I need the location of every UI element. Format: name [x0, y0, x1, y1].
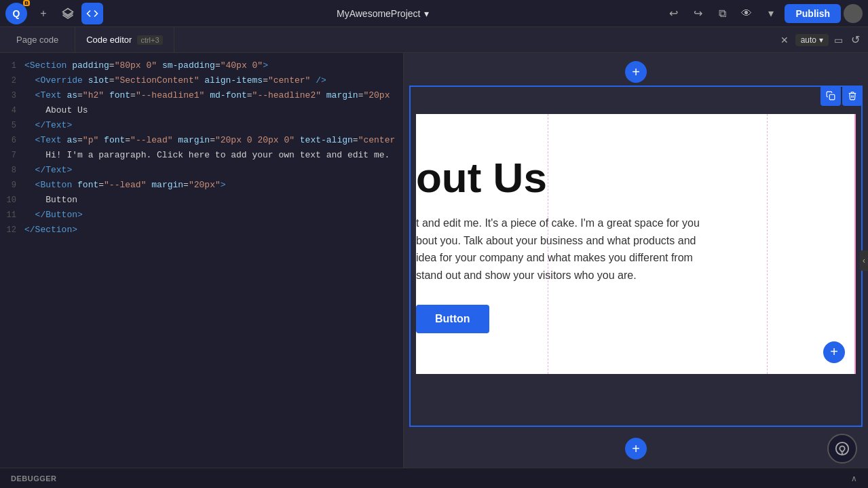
- table-row: 12 </Section>: [0, 223, 403, 238]
- table-row: 2 <Override slot="SectionContent" align-…: [0, 73, 403, 88]
- external-link-button[interactable]: ⧉: [711, 3, 733, 24]
- guide-line-right: [767, 114, 768, 374]
- table-row: 11 </Button>: [0, 208, 403, 223]
- project-name[interactable]: MyAwesomeProject ▾: [337, 8, 429, 19]
- code-panel: 1 <Section padding="80px 0" sm-padding="…: [0, 53, 404, 468]
- table-row: 6 <Text as="p" font="--lead" margin="20p…: [0, 133, 403, 148]
- right-sidebar-toggle[interactable]: ‹: [860, 250, 868, 271]
- preview-cta-button[interactable]: Button: [416, 305, 489, 333]
- copy-section-button[interactable]: [820, 86, 841, 106]
- table-row: 5 </Text>: [0, 118, 403, 133]
- auto-select[interactable]: auto ▾: [795, 34, 829, 46]
- debugger-collapse-button[interactable]: ∧: [851, 474, 857, 483]
- undo-button[interactable]: ↩: [662, 3, 684, 24]
- refresh-button[interactable]: ↺: [848, 31, 863, 49]
- preview-content-area: out Us t and edit me. It's a piece of ca…: [416, 114, 856, 374]
- table-row: 9 <Button font="--lead" margin="20px">: [0, 178, 403, 193]
- code-button[interactable]: [81, 3, 103, 24]
- table-row: 3 <Text as="h2" font="--headline1" md-fo…: [0, 88, 403, 103]
- beta-badge: B: [23, 0, 30, 6]
- code-editor-tab: Code editor ctrl+3: [75, 27, 174, 52]
- preview-panel: + out Us t and edit me. It': [404, 53, 868, 468]
- app-logo[interactable]: Q B: [5, 3, 27, 24]
- toolbar-center: MyAwesomeProject ▾: [106, 8, 660, 19]
- more-options-button[interactable]: ▾: [760, 3, 782, 24]
- device-toggle-button[interactable]: ▭: [831, 32, 846, 48]
- delete-section-button[interactable]: [842, 86, 863, 106]
- add-section-bottom-center-button[interactable]: +: [625, 438, 647, 459]
- add-section-bottom-button[interactable]: +: [823, 341, 845, 363]
- table-row: 1 <Section padding="80px 0" sm-padding="…: [0, 58, 403, 73]
- code-editor-content[interactable]: 1 <Section padding="80px 0" sm-padding="…: [0, 53, 403, 468]
- toolbar-right: ↩ ↪ ⧉ 👁 ▾ Publish: [662, 3, 863, 24]
- main-area: 1 <Section padding="80px 0" sm-padding="…: [0, 53, 868, 468]
- guide-line-left: [548, 114, 548, 374]
- table-row: 7 Hi! I'm a paragraph. Click here to add…: [0, 148, 403, 163]
- preview-paragraph: t and edit me. It's a piece of cake. I'm…: [416, 214, 769, 284]
- publish-button[interactable]: Publish: [785, 4, 841, 23]
- debugger-bar: DEBUGGER ∧: [0, 468, 868, 488]
- section-controls: [820, 86, 863, 106]
- svg-point-3: [842, 453, 843, 454]
- debugger-label: DEBUGGER: [11, 474, 57, 483]
- preview-button[interactable]: 👁: [736, 3, 757, 24]
- top-add-area: +: [404, 53, 868, 86]
- shortcut-badge: ctrl+3: [137, 35, 162, 45]
- guide-line-pink: [854, 114, 856, 374]
- bottom-add-area: +: [404, 427, 868, 468]
- selected-section: out Us t and edit me. It's a piece of ca…: [409, 86, 863, 427]
- redo-button[interactable]: ↪: [687, 3, 709, 24]
- layers-button[interactable]: [57, 3, 79, 24]
- add-section-top-button[interactable]: +: [625, 61, 647, 83]
- support-bubble[interactable]: [827, 434, 857, 464]
- add-button[interactable]: +: [33, 3, 54, 24]
- svg-rect-1: [829, 94, 835, 100]
- page-code-tab: Page code: [0, 27, 75, 52]
- avatar: [844, 4, 863, 23]
- preview-close-button[interactable]: ✕: [776, 33, 793, 47]
- code-editor-label[interactable]: Code editor: [86, 35, 132, 45]
- table-row: 10 Button: [0, 193, 403, 208]
- table-row: 4 About Us: [0, 103, 403, 118]
- page-code-label[interactable]: Page code: [11, 35, 64, 45]
- table-row: 8 </Text>: [0, 163, 403, 178]
- secondary-toolbar: Page code Code editor ctrl+3 ✕ auto ▾ ▭ …: [0, 27, 868, 53]
- preview-controls: ✕ auto ▾ ▭ ↺: [771, 31, 868, 49]
- main-toolbar: Q B + MyAwesomeProject ▾ ↩ ↪ ⧉ 👁 ▾ Publi…: [0, 0, 868, 27]
